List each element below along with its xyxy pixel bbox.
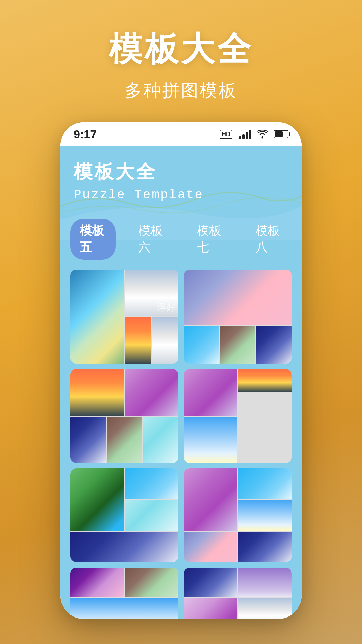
collage-card-3[interactable]: [70, 369, 178, 463]
collage-img: [125, 369, 179, 416]
app-title-cn: 模板大全: [74, 159, 288, 185]
wifi-icon: [257, 130, 268, 139]
image-grid: 浮好: [60, 263, 302, 619]
collage-img: [184, 417, 237, 463]
status-bar: 9:17 HD: [60, 122, 302, 146]
collage-img: [238, 468, 292, 499]
collage-img: [70, 270, 124, 364]
app-title-en: Puzzle Template: [74, 187, 288, 202]
collage-img: [184, 326, 219, 364]
collage-card-5[interactable]: [70, 468, 178, 562]
collage-img: [125, 317, 179, 364]
tab-template-5[interactable]: 模板五: [70, 219, 116, 260]
collage-img: [184, 369, 237, 416]
collage-img: [125, 568, 179, 597]
collage-img: [70, 468, 124, 531]
collage-img: [125, 468, 179, 499]
app-header: 模板大全 Puzzle Template: [60, 146, 302, 209]
phone-mockup: 9:17 HD: [60, 122, 302, 619]
collage-img: [70, 568, 124, 597]
status-icons: HD: [220, 129, 288, 139]
collage-img: [107, 417, 142, 463]
collage-img: [184, 270, 292, 325]
collage-img: [238, 598, 292, 619]
collage-img: [238, 532, 292, 562]
tab-template-7[interactable]: 模板七: [188, 219, 233, 260]
tab-bar: 模板五 模板六 模板七 模板八: [60, 219, 302, 260]
collage-card-8[interactable]: [184, 568, 292, 619]
collage-img: [184, 468, 237, 531]
collage-img: [143, 417, 178, 463]
collage-img: [70, 417, 106, 463]
collage-img: [256, 326, 292, 364]
battery-icon: [274, 130, 288, 138]
collage-card-1[interactable]: 浮好: [70, 270, 178, 364]
collage-img: [70, 598, 178, 619]
signal-icon: [239, 129, 251, 139]
collage-img: [184, 598, 237, 619]
collage-card-6[interactable]: [184, 468, 292, 562]
status-time: 9:17: [74, 128, 97, 141]
collage-img: [238, 369, 292, 392]
collage-img: [125, 500, 179, 530]
svg-point-0: [262, 137, 263, 139]
collage-img: [220, 326, 255, 364]
collage-img: [70, 369, 124, 416]
collage-img: [184, 568, 237, 597]
collage-card-2[interactable]: [184, 270, 292, 364]
app-content: 模板大全 Puzzle Template 模板五 模板六 模板七 模板八 浮好: [60, 146, 302, 619]
tab-template-6[interactable]: 模板六: [129, 219, 174, 260]
collage-img: [184, 532, 237, 562]
collage-card-4[interactable]: [184, 369, 292, 463]
hd-badge: HD: [220, 130, 232, 139]
hero-subtitle: 多种拼图模板: [125, 79, 237, 102]
collage-card-7[interactable]: [70, 568, 178, 619]
collage-img: 浮好: [125, 270, 179, 316]
hero-section: 模板大全 多种拼图模板: [0, 0, 362, 122]
tab-template-8[interactable]: 模板八: [246, 219, 292, 260]
collage-img: [238, 568, 292, 597]
collage-img: [70, 532, 178, 562]
collage-img: [238, 500, 292, 530]
hero-title: 模板大全: [109, 27, 253, 72]
